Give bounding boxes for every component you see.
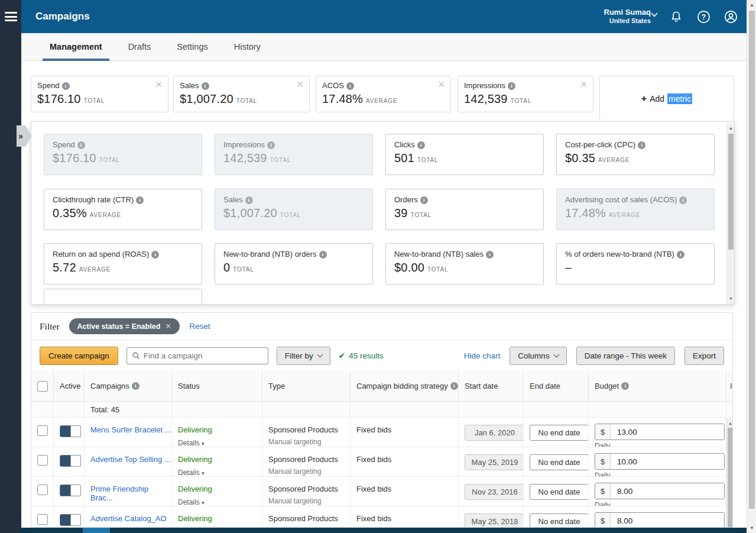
page-scrollbar-thumb[interactable] (749, 11, 755, 509)
end-date-field[interactable]: No end date (530, 513, 589, 528)
picker-metric-pct-ntb-orders[interactable]: % of orders new-to-brand (NTB)i – (556, 243, 715, 285)
details-dropdown[interactable]: Details ▾ (178, 498, 262, 506)
hscrollbar-thumb[interactable] (83, 528, 110, 533)
info-icon[interactable]: i (136, 196, 144, 204)
start-date-field[interactable]: May 25, 2018 (465, 513, 524, 528)
end-date-field[interactable]: No end date (530, 484, 589, 500)
targeting-type: Manual targeting (268, 467, 350, 476)
info-icon[interactable]: i (450, 382, 458, 390)
table-scrollbar[interactable]: ▲ (726, 418, 733, 528)
campaign-link[interactable]: Advertise Top Selling ... (90, 452, 171, 464)
info-icon[interactable]: i (202, 82, 209, 90)
campaign-link[interactable]: Mens Surfer Bracelet ... (90, 422, 171, 434)
campaign-link[interactable]: Advertise Catalog_AO (90, 511, 167, 523)
start-date-field[interactable]: Jan 6, 2020 (465, 425, 524, 441)
start-date-field[interactable]: May 25, 2019 (465, 454, 524, 470)
budget-input-group[interactable]: $ (595, 483, 725, 499)
info-icon[interactable]: i (417, 141, 425, 149)
picker-metric-clicks[interactable]: Clicksi 501TOTAL (385, 134, 544, 175)
info-icon[interactable]: i (508, 82, 515, 90)
info-icon[interactable]: i (679, 196, 687, 204)
budget-input[interactable] (611, 454, 724, 469)
hamburger-menu-icon[interactable] (5, 12, 17, 21)
end-date-field[interactable]: No end date (530, 454, 589, 470)
hide-chart-link[interactable]: Hide chart (464, 351, 501, 360)
select-all-checkbox[interactable] (37, 381, 48, 392)
notifications-bell-icon[interactable] (669, 9, 684, 24)
picker-metric-ntb-sales[interactable]: New-to-brand (NTB) salesi $0.00TOTAL (385, 243, 544, 285)
close-icon[interactable]: ✕ (296, 80, 304, 89)
picker-metric-roas[interactable]: Return on ad spend (ROAS)i 5.72AVERAGE (44, 243, 202, 285)
table-scrollbar-thumb[interactable] (728, 428, 733, 528)
close-icon[interactable]: ✕ (155, 80, 163, 89)
remove-filter-icon[interactable]: ✕ (165, 322, 171, 331)
scroll-up-icon[interactable]: ▲ (726, 421, 733, 427)
active-toggle[interactable] (60, 425, 81, 437)
close-icon[interactable]: ✕ (437, 80, 445, 89)
info-icon[interactable]: i (346, 82, 354, 90)
row-checkbox[interactable] (37, 425, 48, 436)
page-vertical-scrollbar[interactable]: ▲ ▼ (747, 0, 756, 533)
active-toggle[interactable] (60, 455, 81, 467)
picker-metric-ntb-orders[interactable]: New-to-brand (NTB) ordersi 0TOTAL (215, 243, 373, 285)
row-checkbox[interactable] (37, 514, 48, 525)
active-toggle[interactable] (60, 484, 81, 496)
budget-input[interactable] (611, 424, 724, 440)
create-campaign-button[interactable]: Create campaign (40, 347, 118, 365)
start-date-field[interactable]: Nov 23, 2016 (465, 484, 524, 500)
active-toggle[interactable] (60, 514, 81, 526)
row-checkbox[interactable] (37, 484, 48, 495)
picker-scrollbar-thumb[interactable] (728, 134, 734, 250)
reset-filters-link[interactable]: Reset (189, 322, 210, 331)
sidebar-expand-icon[interactable]: » (17, 125, 32, 147)
filter-by-button[interactable]: Filter by (277, 347, 330, 365)
scroll-up-icon[interactable]: ▲ (747, 2, 756, 8)
account-icon[interactable] (723, 9, 738, 24)
account-switcher[interactable]: Rumi Sumaq United States (604, 8, 651, 25)
columns-button[interactable]: Columns (510, 347, 566, 365)
budget-input-group[interactable]: $ (595, 512, 725, 528)
picker-metric-cpc[interactable]: Cost-per-click (CPC)i $0.35AVERAGE (556, 134, 715, 175)
scroll-up-icon[interactable]: ▲ (727, 125, 735, 131)
tab-settings[interactable]: Settings (166, 33, 218, 61)
export-button[interactable]: Export (684, 347, 724, 365)
info-icon[interactable]: i (677, 251, 684, 259)
info-icon[interactable]: i (62, 82, 70, 90)
budget-input[interactable] (611, 483, 724, 499)
info-icon[interactable]: i (621, 382, 629, 390)
details-dropdown[interactable]: Details ▾ (178, 439, 262, 447)
budget-input[interactable] (611, 513, 724, 528)
scroll-down-icon[interactable]: ▼ (727, 296, 735, 302)
campaign-search[interactable] (126, 347, 268, 364)
date-range-button[interactable]: Date range - This week (576, 347, 675, 365)
search-input[interactable] (144, 351, 268, 360)
scroll-down-icon[interactable]: ▼ (747, 525, 756, 531)
row-checkbox[interactable] (37, 455, 48, 466)
picker-metric-ctr[interactable]: Clickthrough rate (CTR)i 0.35%AVERAGE (44, 189, 202, 230)
budget-input-group[interactable]: $ (595, 424, 725, 440)
filter-chip-active-status[interactable]: Active status = Enabled ✕ (69, 318, 180, 334)
details-dropdown[interactable]: Details ▾ (178, 469, 262, 476)
end-date-field[interactable]: No end date (530, 425, 589, 441)
info-icon[interactable]: i (77, 141, 85, 149)
info-icon[interactable]: i (319, 251, 327, 259)
help-icon[interactable]: ? (696, 9, 711, 24)
tab-drafts[interactable]: Drafts (118, 33, 162, 61)
tab-management[interactable]: Management (39, 33, 113, 61)
info-icon[interactable]: i (245, 196, 253, 204)
info-icon[interactable]: i (486, 251, 494, 259)
info-icon[interactable]: i (267, 141, 275, 149)
picker-metric-partial[interactable] (44, 289, 202, 305)
info-icon[interactable]: i (420, 196, 428, 204)
budget-input-group[interactable]: $ (595, 453, 725, 470)
close-icon[interactable]: ✕ (580, 80, 588, 89)
page-horizontal-scrollbar[interactable] (21, 528, 747, 533)
add-metric-button[interactable]: + Add metric (599, 76, 734, 121)
picker-metric-orders[interactable]: Ordersi 39TOTAL (385, 189, 544, 230)
campaign-link[interactable]: Prime Friendship Brac... (90, 482, 171, 502)
tab-history[interactable]: History (223, 33, 271, 61)
info-icon[interactable]: i (132, 382, 139, 390)
info-icon[interactable]: i (151, 251, 159, 259)
picker-scrollbar[interactable]: ▲ ▼ (726, 123, 734, 304)
info-icon[interactable]: i (638, 141, 645, 149)
